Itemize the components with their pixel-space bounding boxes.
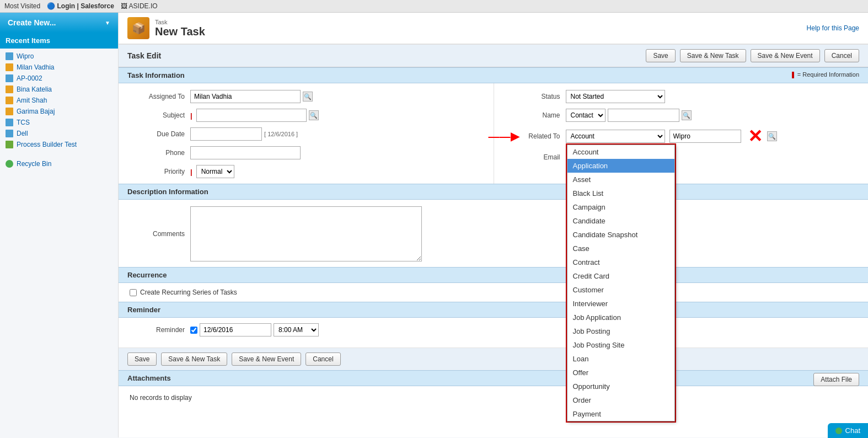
bookmark-salesforce: 🔵 Login | Salesforce <box>47 2 114 10</box>
list-item[interactable]: Garima Bajaj <box>0 106 118 117</box>
dropdown-item-contract[interactable]: Contract <box>567 255 674 269</box>
priority-row: Priority | High Normal Low <box>130 165 483 178</box>
subject-field: | 🔍 <box>190 109 483 122</box>
dropdown-item-payment[interactable]: Payment <box>567 407 674 421</box>
save-new-task-button-top[interactable]: Save & New Task <box>680 49 746 62</box>
due-date-input[interactable] <box>190 127 262 141</box>
list-item[interactable]: Bina Katelia <box>0 84 118 95</box>
recent-item-dell[interactable]: Dell <box>17 130 28 137</box>
description-section-label: Description Information <box>127 188 208 196</box>
chat-button[interactable]: Chat <box>828 423 868 437</box>
reminder-checkbox[interactable] <box>190 327 197 334</box>
priority-select[interactable]: High Normal Low <box>196 165 234 178</box>
dropdown-item-order[interactable]: Order <box>567 393 674 407</box>
assigned-to-lookup-icon[interactable]: 🔍 <box>303 92 313 102</box>
recent-item-ap0002[interactable]: AP-0002 <box>17 74 42 82</box>
subject-lookup-icon[interactable]: 🔍 <box>309 110 319 120</box>
email-label: Email <box>505 153 566 161</box>
description-section: Comments <box>119 200 868 261</box>
save-button-bottom[interactable]: Save <box>127 352 157 366</box>
related-to-field: ——▶ Account Account Application <box>566 127 858 145</box>
recurring-checkbox-label[interactable]: Create Recurring Series of Tasks <box>130 289 857 296</box>
dropdown-item-account[interactable]: Account <box>567 145 674 159</box>
dropdown-item-job-posting-site[interactable]: Job Posting Site <box>567 338 674 352</box>
related-to-lookup-icon[interactable]: 🔍 <box>767 131 777 141</box>
name-row: Name Contact Lead 🔍 <box>505 109 858 122</box>
subject-input[interactable] <box>196 109 307 122</box>
phone-label: Phone <box>130 149 190 157</box>
create-new-arrow-icon: ▼ <box>105 20 110 26</box>
assigned-to-input[interactable] <box>190 90 301 103</box>
dropdown-item-opportunity[interactable]: Opportunity <box>567 380 674 393</box>
email-row: Email <box>505 151 858 164</box>
dropdown-item-case[interactable]: Case <box>567 242 674 255</box>
comments-textarea[interactable] <box>190 206 422 261</box>
list-item[interactable]: Wipro <box>0 51 118 62</box>
due-date-label: Due Date <box>130 130 190 138</box>
name-lookup-icon[interactable]: 🔍 <box>682 110 692 120</box>
dropdown-item-customer[interactable]: Customer <box>567 283 674 297</box>
reminder-section-header: Reminder <box>119 302 868 318</box>
list-item[interactable]: Amit Shah <box>0 95 118 106</box>
due-date-field: [ 12/6/2016 ] <box>190 127 483 141</box>
recurring-checkbox[interactable] <box>130 289 137 296</box>
person-icon <box>6 63 13 71</box>
phone-input[interactable] <box>190 146 301 159</box>
related-to-type-select[interactable]: Account <box>566 130 665 143</box>
create-new-button[interactable]: Create New... ▼ <box>0 13 118 33</box>
recent-item-wipro[interactable]: Wipro <box>17 52 34 60</box>
name-type-select[interactable]: Contact Lead <box>566 109 606 122</box>
reminder-time-select[interactable]: 12:00 AM 6:00 AM 7:00 AM 8:00 AM 9:00 AM… <box>274 323 319 336</box>
person-icon <box>6 86 13 93</box>
assigned-to-label: Assigned To <box>130 93 190 100</box>
dropdown-item-job-application[interactable]: Job Application <box>567 311 674 324</box>
recent-item-milan[interactable]: Milan Vadhia <box>17 63 54 71</box>
save-new-event-button-bottom[interactable]: Save & New Event <box>232 352 301 366</box>
list-item[interactable]: Process Builder Test <box>0 139 118 150</box>
list-item[interactable]: Milan Vadhia <box>0 62 118 73</box>
recent-item-amit[interactable]: Amit Shah <box>17 97 47 104</box>
name-input[interactable] <box>608 109 679 122</box>
cancel-button-top[interactable]: Cancel <box>824 49 859 62</box>
dropdown-item-application[interactable]: Application <box>567 159 674 173</box>
save-button-top[interactable]: Save <box>646 49 675 62</box>
recurrence-section: Create Recurring Series of Tasks <box>119 283 868 302</box>
task-edit-bar: Task Edit Save Save & New Task Save & Ne… <box>119 45 868 67</box>
breadcrumb: Task <box>155 19 205 25</box>
phone-row: Phone <box>130 146 483 159</box>
dropdown-item-candidate[interactable]: Candidate <box>567 214 674 228</box>
recent-item-process[interactable]: Process Builder Test <box>17 141 77 148</box>
help-link[interactable]: Help for this Page <box>807 24 859 32</box>
recent-item-tcs[interactable]: TCS <box>17 119 30 126</box>
related-to-value-input[interactable] <box>669 130 741 143</box>
save-new-event-button-top[interactable]: Save & New Event <box>751 49 820 62</box>
recurrence-section-label: Recurrence <box>127 271 167 279</box>
recent-item-bina[interactable]: Bina Katelia <box>17 86 52 93</box>
reminder-label: Reminder <box>130 326 190 334</box>
recent-item-garima[interactable]: Garima Bajaj <box>17 108 55 115</box>
save-new-task-button-bottom[interactable]: Save & New Task <box>161 352 227 366</box>
dropdown-item-campaign[interactable]: Campaign <box>567 200 674 214</box>
dropdown-item-candidate-snapshot[interactable]: Candidate Snapshot <box>567 228 674 242</box>
sidebar: Create New... ▼ Recent Items Wipro Milan… <box>0 13 119 437</box>
dropdown-item-interviewer[interactable]: Interviewer <box>567 297 674 311</box>
status-select[interactable]: Not Started In Progress Completed Waitin… <box>566 90 665 103</box>
cancel-button-bottom[interactable]: Cancel <box>306 352 340 366</box>
reminder-section: Reminder 12:00 AM 6:00 AM 7:00 AM 8:00 A… <box>119 318 868 348</box>
reminder-date-input[interactable] <box>200 323 271 336</box>
recurrence-section-header: Recurrence <box>119 267 868 283</box>
name-label: Name <box>505 111 566 119</box>
list-item[interactable]: Dell <box>0 128 118 139</box>
list-item[interactable]: TCS <box>0 117 118 128</box>
dropdown-item-asset[interactable]: Asset <box>567 173 674 186</box>
list-item[interactable]: AP-0002 <box>0 73 118 84</box>
dropdown-item-credit-card[interactable]: Credit Card <box>567 269 674 283</box>
dropdown-item-blacklist[interactable]: Black List <box>567 186 674 200</box>
dropdown-item-loan[interactable]: Loan <box>567 352 674 366</box>
due-date-placeholder: [ 12/6/2016 ] <box>264 131 298 137</box>
priority-required: | <box>190 168 192 176</box>
recycle-bin[interactable]: Recycle Bin <box>0 157 118 171</box>
attach-file-button[interactable]: Attach File <box>813 373 859 386</box>
dropdown-item-job-posting[interactable]: Job Posting <box>567 324 674 338</box>
dropdown-item-offer[interactable]: Offer <box>567 366 674 380</box>
